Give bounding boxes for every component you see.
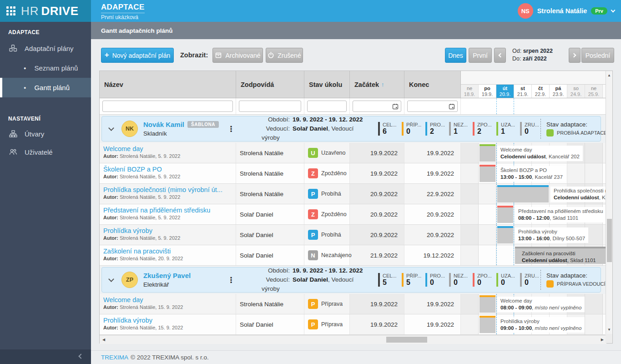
sidebar-item-gantt-planu[interactable]: ● Gantt plánů	[0, 78, 91, 97]
period-label: Období:	[262, 266, 290, 275]
task-name-link[interactable]: Welcome day	[103, 145, 232, 152]
first-button[interactable]: První	[469, 48, 492, 63]
status-color-square	[546, 280, 554, 288]
last-button[interactable]: Poslední	[581, 48, 614, 63]
filter-zodpovida-input[interactable]	[239, 101, 301, 112]
archived-toggle-button[interactable]: Archivované	[212, 48, 263, 63]
counter-priprava: PŘÍP...0	[402, 122, 418, 136]
column-header-zodpovida[interactable]: Zodpovídá	[236, 71, 304, 98]
task-name-link[interactable]: Představení na přiděleném středisku	[103, 207, 232, 214]
column-header-nazev[interactable]: Název	[100, 71, 236, 98]
prev-period-button[interactable]	[494, 48, 506, 63]
gantt-bar[interactable]	[480, 295, 495, 313]
sidebar-section-adaptace: ADAPTACE	[0, 22, 91, 38]
day-header-ut-20-today[interactable]: út20.9.	[496, 85, 514, 98]
task-name-link[interactable]: Prohlídka společnosti (mimo výrobní út..…	[103, 186, 232, 193]
grid-header: Název Zodpovídá Stav úkolu Začátek↑ Kone…	[100, 71, 606, 98]
bullet-icon: ●	[24, 66, 26, 71]
sidebar-item-utvary[interactable]: Útvary	[0, 125, 91, 143]
day-header-ne-25[interactable]: ne25.9.	[585, 85, 603, 98]
sidebar-item-uzivatele[interactable]: Uživatelé	[0, 143, 91, 161]
gantt-bar[interactable]	[480, 144, 495, 162]
gantt-bar[interactable]	[497, 226, 513, 243]
trexima-link[interactable]: TREXIMA	[101, 354, 128, 361]
od-label: Od:	[512, 48, 521, 54]
task-name-link[interactable]: Prohlídka výroby	[103, 227, 232, 234]
task-row: Školení BOZP a POAutor:Strolená Natálie,…	[100, 163, 606, 184]
task-row: Prohlídka společnosti (mimo výrobní út..…	[100, 184, 606, 204]
gantt-row: Prohlídka výroby09:00 - 10:00, místo nen…	[461, 314, 606, 334]
vertical-scrollbar[interactable]: ▲ ▼	[606, 71, 612, 334]
scroll-left-icon[interactable]: ◀	[102, 338, 105, 342]
next-period-button[interactable]	[569, 48, 581, 63]
user-menu[interactable]: NS Strolená Natálie Prv	[518, 0, 615, 22]
group-card[interactable]: ZP Zkušený Pavel Elektrikář ⋮ Období:19.…	[101, 267, 601, 293]
column-header-zacatek[interactable]: Začátek↑	[350, 71, 404, 98]
gantt-bar[interactable]	[497, 185, 549, 202]
gantt-grid: Název Zodpovídá Stav úkolu Začátek↑ Kone…	[99, 71, 613, 344]
task-name-link[interactable]: Zaškolení na pracovišti	[103, 248, 232, 255]
group-menu-icon[interactable]: ⋮	[224, 275, 238, 285]
day-header-ct-22[interactable]: čt22.9.	[532, 85, 550, 98]
gantt-row: Welcome day08:00 - 09:00, místo není vyp…	[461, 294, 606, 314]
day-header-po-19[interactable]: po19.9.	[479, 85, 496, 98]
calendar-icon[interactable]	[392, 103, 399, 111]
gantt-bar[interactable]	[480, 165, 495, 182]
sidebar-item-adaptacni-plany[interactable]: Adaptační plány	[0, 38, 91, 58]
scroll-down-icon[interactable]: ▼	[607, 328, 611, 332]
scroll-right-icon[interactable]: ▶	[601, 338, 604, 342]
task-owner: Solař Daniel	[236, 204, 304, 224]
gantt-bar-label: Welcome day08:00 - 09:00, místo není vyp…	[497, 297, 585, 312]
sidebar-item-label: Adaptační plány	[25, 45, 74, 52]
horizontal-scrollbar-thumb[interactable]	[386, 337, 427, 343]
collapse-group-icon[interactable]	[108, 276, 114, 282]
today-button[interactable]: Dnes	[445, 48, 466, 63]
column-header-stav-ukolu[interactable]: Stav úkolu	[304, 71, 350, 98]
column-label: Stav úkolu	[309, 81, 342, 88]
group-name[interactable]: Novák Kamil	[143, 121, 184, 128]
task-author: Autor:Strolená Natálie, 5. 9. 2022	[103, 174, 232, 179]
collapse-sidebar-icon[interactable]	[78, 354, 83, 359]
group-name[interactable]: Zkušený Pavel	[143, 272, 191, 279]
counter-probiha: PRO...0	[425, 273, 441, 287]
task-end: 19.9.2022	[404, 163, 461, 183]
page-title-bar: Gantt adaptačních plánů	[91, 22, 621, 39]
group-row-zkuseny-pavel: ZP Zkušený Pavel Elektrikář ⋮ Období:19.…	[100, 266, 606, 294]
task-owner: Strolená Natálie	[236, 184, 304, 204]
day-header-st-21[interactable]: st21.9.	[514, 85, 532, 98]
scroll-up-icon[interactable]: ▲	[607, 73, 611, 77]
chevron-down-icon[interactable]	[611, 8, 616, 12]
day-header-ne-18[interactable]: ne18.9.	[461, 85, 479, 98]
filter-stav-input[interactable]	[307, 101, 347, 112]
calendar-icon[interactable]	[449, 103, 455, 111]
group-role: Skladník	[143, 130, 224, 137]
cancelled-toggle-button[interactable]: Zrušené	[266, 48, 303, 63]
task-name-link[interactable]: Prohlídka výroby	[103, 317, 232, 324]
status-label: Stav adaptace:	[546, 121, 607, 128]
column-header-konec[interactable]: Konec	[404, 71, 461, 98]
collapse-group-icon[interactable]	[108, 125, 114, 131]
day-header-so-24[interactable]: so24.9.	[567, 85, 585, 98]
task-end: 19.9.2022	[404, 294, 461, 314]
task-name-link[interactable]: Školení BOZP a PO	[103, 166, 232, 173]
filter-nazev-input[interactable]	[102, 101, 233, 112]
gantt-bar[interactable]	[480, 316, 495, 333]
sort-ascending-icon[interactable]: ↑	[381, 81, 384, 88]
day-header-pa-23[interactable]: pá23.9.	[550, 85, 567, 98]
group-menu-icon[interactable]: ⋮	[224, 124, 238, 134]
task-start: 19.9.2022	[350, 294, 404, 314]
new-plan-button[interactable]: + Nový adaptační plán	[101, 48, 174, 63]
sidebar-item-label: Gantt plánů	[34, 84, 70, 91]
task-name-link[interactable]: Welcome day	[103, 296, 232, 303]
gantt-bar-label: Školení BOZP a PO13:00 - 15:00, Kacelář …	[497, 166, 566, 182]
user-avatar[interactable]: NS	[518, 3, 533, 19]
vertical-scrollbar-thumb[interactable]	[607, 219, 612, 262]
group-card[interactable]: NK Novák KamilŠABLONA Skladník ⋮ Období:…	[101, 116, 601, 142]
gantt-bar[interactable]	[497, 206, 513, 223]
app-grid-icon[interactable]	[6, 6, 15, 15]
status-text: Probíhá	[321, 191, 341, 197]
divider	[540, 119, 541, 139]
status-color-square	[546, 129, 554, 136]
sidebar-item-seznam-planu[interactable]: ● Seznam plánů	[0, 58, 91, 78]
horizontal-scrollbar[interactable]: ◀ ▶	[100, 335, 606, 344]
